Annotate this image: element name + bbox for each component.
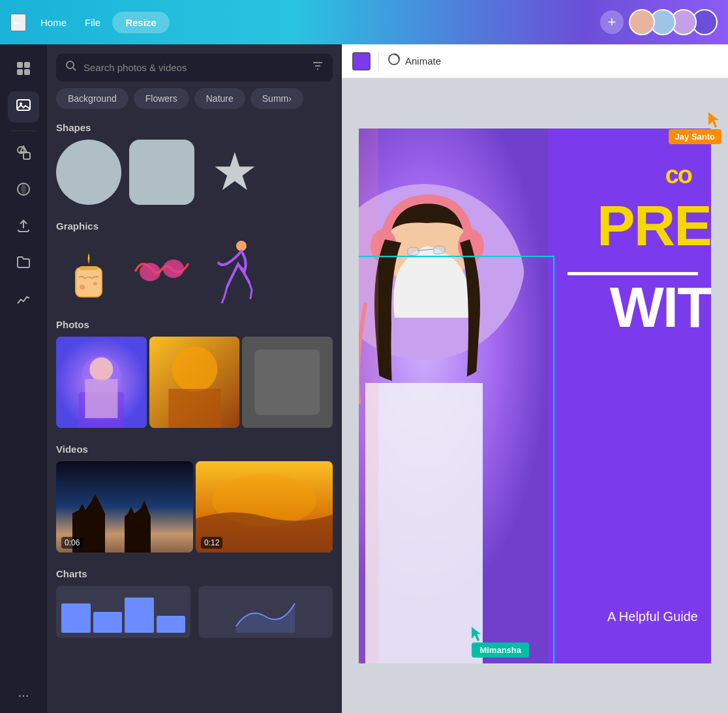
cursor-jay: Jay Santo	[669, 112, 721, 144]
resize-button[interactable]: Resize	[112, 12, 170, 33]
shapes-row: ★	[47, 140, 342, 215]
filter-icon[interactable]	[312, 60, 324, 75]
graphic-candle[interactable]	[56, 238, 121, 303]
videos-section-title: Videos	[47, 438, 342, 461]
svg-point-14	[93, 282, 97, 286]
videos-grid: 0:06 0:12	[47, 461, 342, 563]
slide-underline	[568, 272, 698, 275]
icon-sidebar: ···	[0, 44, 47, 713]
back-icon: ←	[12, 15, 25, 29]
shapes-section-title: Shapes	[47, 117, 342, 140]
toolbar-divider	[378, 52, 379, 70]
charts-section-title: Charts	[47, 563, 342, 586]
graphics-row	[47, 238, 342, 314]
sidebar-separator	[10, 130, 37, 131]
tag-background[interactable]: Background	[56, 88, 129, 109]
chart-item[interactable]	[56, 586, 190, 638]
svg-point-10	[67, 61, 74, 68]
svg-point-15	[140, 263, 160, 281]
topbar: ← Home File Resize +	[0, 0, 728, 44]
photos-section-title: Photos	[47, 314, 342, 337]
sidebar-item-grid[interactable]	[8, 55, 39, 86]
tag-summer[interactable]: Summ›	[250, 88, 303, 109]
avatar-group	[634, 9, 718, 35]
tag-nature[interactable]: Nature	[194, 88, 245, 109]
add-button[interactable]: +	[600, 10, 624, 34]
search-input[interactable]	[83, 62, 305, 73]
svg-rect-27	[255, 350, 320, 415]
search-bar	[56, 53, 333, 82]
svg-rect-12	[80, 266, 98, 270]
photos-grid	[47, 337, 342, 438]
back-button[interactable]: ←	[10, 14, 26, 31]
svg-rect-11	[76, 267, 102, 297]
analytics-icon	[16, 292, 31, 310]
tag-flowers[interactable]: Flowers	[134, 88, 189, 109]
svg-rect-1	[24, 62, 30, 68]
slide-logo: co	[665, 161, 691, 189]
svg-rect-7	[23, 153, 30, 159]
sidebar-item-paint[interactable]	[8, 175, 39, 207]
chart-bar	[93, 612, 123, 633]
photo-item[interactable]	[242, 337, 333, 428]
shape-rectangle[interactable]	[129, 140, 194, 205]
animate-label: Animate	[405, 55, 441, 67]
panel: Background Flowers Nature Summ› Shapes ★…	[47, 44, 342, 713]
animate-button[interactable]: Animate	[387, 52, 441, 70]
svg-rect-3	[24, 69, 30, 75]
svg-rect-4	[17, 100, 30, 110]
shape-star[interactable]: ★	[202, 140, 267, 205]
video-item[interactable]: 0:06	[56, 461, 193, 553]
photo-item[interactable]	[149, 337, 240, 428]
svg-rect-2	[17, 69, 23, 75]
avatar[interactable]	[629, 9, 655, 35]
svg-rect-22	[85, 379, 117, 418]
home-button[interactable]: Home	[34, 13, 73, 32]
paint-icon	[16, 182, 31, 200]
sidebar-item-upload[interactable]	[8, 212, 39, 243]
graphics-section-title: Graphics	[47, 215, 342, 238]
cursor-arrow-orange	[708, 112, 721, 128]
tags-row: Background Flowers Nature Summ›	[47, 88, 342, 117]
more-options-icon[interactable]: ···	[18, 688, 29, 703]
chart-bar	[125, 598, 154, 633]
canvas-toolbar: Animate	[342, 44, 728, 78]
sidebar-item-analytics[interactable]	[8, 285, 39, 316]
sidebar-item-folder[interactable]	[8, 249, 39, 280]
plus-icon: +	[608, 14, 616, 31]
photo-item[interactable]	[56, 337, 147, 428]
graphic-glasses[interactable]	[129, 238, 194, 303]
svg-point-21	[89, 357, 113, 381]
chart-item[interactable]	[198, 586, 333, 638]
color-swatch[interactable]	[352, 52, 371, 70]
graphic-dancer[interactable]	[202, 238, 267, 303]
file-button[interactable]: File	[78, 13, 107, 32]
svg-point-13	[80, 284, 85, 290]
slide-text-wit: WIT	[610, 279, 711, 336]
sidebar-item-image[interactable]	[8, 91, 39, 123]
design-canvas[interactable]: co PRE WIT A Helpful Guide	[342, 78, 728, 713]
svg-rect-25	[168, 389, 220, 428]
charts-row	[47, 586, 342, 648]
image-icon	[16, 98, 31, 116]
folder-icon	[16, 255, 31, 273]
animate-icon	[387, 52, 401, 70]
video-item[interactable]: 0:12	[196, 461, 333, 553]
cursor-jay-label: Jay Santo	[669, 129, 721, 144]
svg-rect-0	[17, 62, 23, 68]
svg-point-16	[163, 260, 184, 278]
chart-bar	[61, 603, 91, 633]
shape-circle[interactable]	[56, 140, 121, 205]
slide: co PRE WIT A Helpful Guide	[359, 129, 711, 663]
slide-text-pre: PRE	[597, 197, 711, 254]
grid-icon	[16, 61, 31, 80]
cursor-mimansha: Mimansha	[472, 627, 529, 658]
svg-point-24	[172, 346, 217, 392]
svg-marker-40	[708, 112, 719, 128]
sidebar-item-elements[interactable]	[8, 139, 39, 170]
svg-point-17	[236, 241, 247, 251]
search-icon	[65, 60, 77, 75]
video-duration: 0:06	[61, 537, 83, 549]
cursor-mimansha-label: Mimansha	[472, 643, 529, 658]
selection-box	[359, 256, 554, 663]
